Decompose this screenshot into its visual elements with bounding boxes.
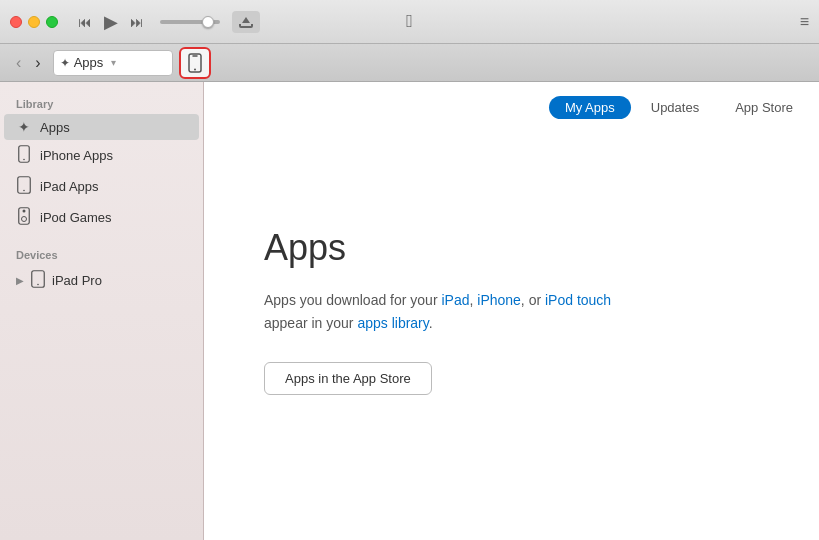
media-controls: ⏮ ▶ ⏭ xyxy=(74,9,148,35)
svg-point-11 xyxy=(37,284,39,286)
apple-logo:  xyxy=(406,11,413,32)
iphone-link[interactable]: iPhone xyxy=(477,292,521,308)
svg-point-6 xyxy=(23,190,25,192)
device-view-button[interactable] xyxy=(179,47,211,79)
content-description: Apps you download for your iPad, iPhone,… xyxy=(264,289,624,334)
sidebar-item-ipod-games-label: iPod Games xyxy=(40,210,112,225)
toolbar: ‹ › ✦ Apps ▾ My Apps Updates App Store xyxy=(0,44,819,82)
iphone-icon xyxy=(16,145,32,166)
svg-point-4 xyxy=(23,159,25,161)
sidebar: Library ✦ Apps iPhone Apps xyxy=(0,82,204,540)
close-button[interactable] xyxy=(10,16,22,28)
chevron-down-icon: ▾ xyxy=(111,57,116,68)
library-section-label: Library xyxy=(0,90,203,114)
sidebar-item-ipad-apps-label: iPad Apps xyxy=(40,179,99,194)
apps-library-link[interactable]: apps library xyxy=(357,315,428,331)
sidebar-item-apps-label: Apps xyxy=(40,120,70,135)
app-store-button[interactable]: Apps in the App Store xyxy=(264,362,432,395)
airplay-button[interactable] xyxy=(232,11,260,33)
devices-section-label: Devices xyxy=(0,241,203,265)
tab-bar: My Apps Updates App Store xyxy=(549,88,809,126)
list-view-button[interactable]: ≡ xyxy=(800,13,809,31)
svg-point-8 xyxy=(22,217,27,222)
sidebar-item-iphone-apps[interactable]: iPhone Apps xyxy=(0,140,203,171)
breadcrumb-text: Apps xyxy=(74,55,104,70)
minimize-button[interactable] xyxy=(28,16,40,28)
traffic-lights xyxy=(10,16,58,28)
maximize-button[interactable] xyxy=(46,16,58,28)
svg-point-9 xyxy=(23,210,26,213)
tab-my-apps[interactable]: My Apps xyxy=(549,96,631,119)
sidebar-item-apps[interactable]: ✦ Apps xyxy=(4,114,199,140)
airplay-icon xyxy=(239,16,253,28)
devices-section: Devices ▶ iPad Pro xyxy=(0,241,203,296)
nav-buttons: ‹ › xyxy=(10,52,47,74)
apps-icon: ✦ xyxy=(16,119,32,135)
content-area: Apps Apps you download for your iPad, iP… xyxy=(204,82,819,540)
sidebar-item-ipod-games[interactable]: iPod Games xyxy=(0,202,203,233)
sidebar-item-ipad-pro[interactable]: ▶ iPad Pro xyxy=(0,265,203,296)
ipod-link[interactable]: iPod touch xyxy=(545,292,611,308)
fast-forward-button[interactable]: ⏭ xyxy=(126,12,148,32)
chevron-right-icon: ▶ xyxy=(16,275,24,286)
rewind-button[interactable]: ⏮ xyxy=(74,12,96,32)
sidebar-item-ipad-pro-label: iPad Pro xyxy=(52,273,102,288)
tab-updates[interactable]: Updates xyxy=(635,96,715,119)
title-bar: ⏮ ▶ ⏭  ≡ xyxy=(0,0,819,44)
ipod-icon xyxy=(16,207,32,228)
ipad-icon xyxy=(16,176,32,197)
forward-button[interactable]: › xyxy=(29,52,46,74)
apps-icon: ✦ xyxy=(60,56,70,70)
breadcrumb[interactable]: ✦ Apps ▾ xyxy=(53,50,173,76)
play-button[interactable]: ▶ xyxy=(100,9,122,35)
tab-app-store[interactable]: App Store xyxy=(719,96,809,119)
volume-thumb xyxy=(202,16,214,28)
sidebar-item-iphone-apps-label: iPhone Apps xyxy=(40,148,113,163)
main-layout: Library ✦ Apps iPhone Apps xyxy=(0,82,819,540)
ipad-link[interactable]: iPad xyxy=(441,292,469,308)
phone-icon xyxy=(188,53,202,73)
page-title: Apps xyxy=(264,227,346,269)
sidebar-item-ipad-apps[interactable]: iPad Apps xyxy=(0,171,203,202)
svg-point-1 xyxy=(194,68,196,70)
volume-slider[interactable] xyxy=(160,20,220,24)
back-button[interactable]: ‹ xyxy=(10,52,27,74)
ipad-pro-icon xyxy=(30,270,46,291)
